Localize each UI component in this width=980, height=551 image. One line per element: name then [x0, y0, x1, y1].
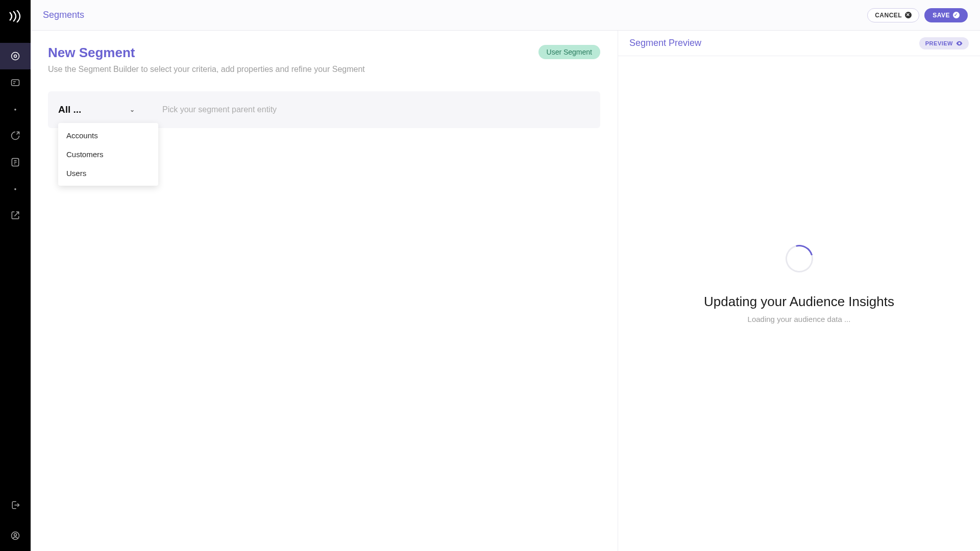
cancel-button[interactable]: CANCEL ✕ — [867, 8, 919, 22]
check-icon: ✓ — [953, 12, 960, 18]
topbar: Segments CANCEL ✕ SAVE ✓ — [31, 0, 980, 31]
nav-item-5[interactable] — [0, 202, 31, 229]
svg-point-5 — [14, 534, 17, 536]
entity-option-customers[interactable]: Customers — [58, 145, 158, 164]
nav-account[interactable] — [0, 520, 31, 551]
breadcrumb[interactable]: Segments — [43, 10, 84, 20]
editor-panel: New Segment Use the Segment Builder to s… — [31, 31, 618, 551]
nav-dot-1[interactable]: ● — [0, 96, 31, 122]
entity-hint: Pick your segment parent entity — [162, 105, 277, 114]
nav-item-4[interactable] — [0, 149, 31, 176]
loading-title: Updating your Audience Insights — [704, 294, 894, 310]
svg-rect-2 — [12, 80, 19, 86]
save-label: SAVE — [933, 12, 950, 19]
chevron-down-icon: ⌄ — [130, 106, 135, 113]
nav-dot-2[interactable]: ● — [0, 176, 31, 202]
svg-point-6 — [959, 42, 960, 43]
loading-spinner — [780, 240, 818, 278]
eye-icon — [956, 41, 963, 46]
svg-point-1 — [14, 55, 17, 58]
loading-subtitle: Loading your audience data ... — [748, 315, 851, 323]
nav-item-3[interactable] — [0, 122, 31, 149]
page-subtitle: Use the Segment Builder to select your c… — [48, 65, 365, 74]
entity-select[interactable]: All ... ⌄ — [58, 104, 135, 115]
entity-option-users[interactable]: Users — [58, 164, 158, 183]
app-logo — [9, 10, 22, 22]
nav-segments[interactable] — [0, 43, 31, 69]
save-button[interactable]: SAVE ✓ — [924, 8, 968, 22]
page-title: New Segment — [48, 45, 365, 61]
preview-panel: Segment Preview PREVIEW Updating your Au… — [618, 31, 980, 551]
builder-row: All ... ⌄ Pick your segment parent entit… — [48, 91, 600, 128]
nav-logout[interactable] — [0, 490, 31, 520]
nav-item-2[interactable] — [0, 69, 31, 96]
cancel-label: CANCEL — [875, 12, 902, 19]
entity-selected-value: All ... — [58, 104, 81, 115]
preview-button[interactable]: PREVIEW — [919, 37, 969, 49]
segment-type-chip: User Segment — [538, 45, 600, 59]
close-icon: ✕ — [905, 12, 912, 18]
preview-button-label: PREVIEW — [925, 40, 953, 46]
entity-dropdown: Accounts Customers Users — [58, 123, 158, 186]
sidebar: ● ● — [0, 0, 31, 551]
entity-option-accounts[interactable]: Accounts — [58, 126, 158, 145]
preview-title: Segment Preview — [629, 38, 701, 48]
svg-point-0 — [12, 53, 19, 60]
